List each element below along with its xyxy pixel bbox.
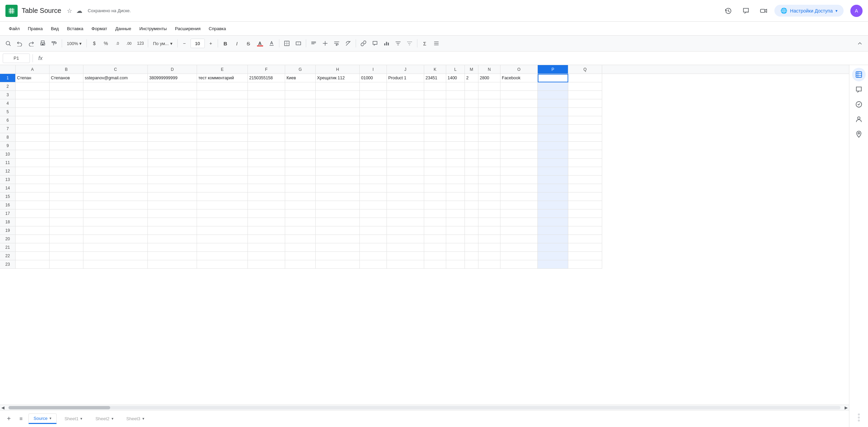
- cell-g4[interactable]: [285, 99, 316, 108]
- cell-n18[interactable]: [478, 218, 500, 226]
- cell-m1[interactable]: 2: [465, 74, 478, 82]
- cell-b3[interactable]: [50, 91, 83, 99]
- cell-l8[interactable]: [446, 133, 465, 142]
- cell-n17[interactable]: [478, 209, 500, 218]
- cell-a19[interactable]: [16, 226, 50, 235]
- font-size-increase-button[interactable]: +: [206, 39, 216, 48]
- cell-d1[interactable]: 380999999999: [148, 74, 197, 82]
- cell-q21[interactable]: [568, 243, 602, 252]
- row-header-14[interactable]: 14: [0, 184, 16, 192]
- cell-i5[interactable]: [360, 108, 387, 116]
- cell-m18[interactable]: [465, 218, 478, 226]
- cell-f2[interactable]: [248, 82, 285, 91]
- cell-q18[interactable]: [568, 218, 602, 226]
- cell-e19[interactable]: [197, 226, 248, 235]
- cell-b14[interactable]: [50, 184, 83, 192]
- cell-m16[interactable]: [465, 201, 478, 209]
- cell-d13[interactable]: [148, 176, 197, 184]
- cell-g15[interactable]: [285, 192, 316, 201]
- cell-g12[interactable]: [285, 167, 316, 176]
- cell-f18[interactable]: [248, 218, 285, 226]
- col-header-f[interactable]: F: [248, 65, 285, 74]
- cell-k4[interactable]: [424, 99, 446, 108]
- cell-d23[interactable]: [148, 260, 197, 269]
- menu-format[interactable]: Формат: [88, 25, 111, 33]
- cell-k16[interactable]: [424, 201, 446, 209]
- row-header-17[interactable]: 17: [0, 209, 16, 218]
- row-header-12[interactable]: 12: [0, 167, 16, 176]
- cell-c19[interactable]: [83, 226, 148, 235]
- cell-q9[interactable]: [568, 142, 602, 150]
- cell-c17[interactable]: [83, 209, 148, 218]
- cell-n4[interactable]: [478, 99, 500, 108]
- cell-e2[interactable]: [197, 82, 248, 91]
- menu-help[interactable]: Справка: [205, 25, 230, 33]
- cell-g7[interactable]: [285, 125, 316, 133]
- cell-p9[interactable]: [538, 142, 568, 150]
- cell-d8[interactable]: [148, 133, 197, 142]
- cell-q19[interactable]: [568, 226, 602, 235]
- cell-h15[interactable]: [316, 192, 360, 201]
- undo-button[interactable]: [14, 38, 25, 49]
- cell-o20[interactable]: [500, 235, 538, 243]
- cell-e9[interactable]: [197, 142, 248, 150]
- cell-n10[interactable]: [478, 150, 500, 159]
- cell-g18[interactable]: [285, 218, 316, 226]
- sidebar-sheets-icon[interactable]: [852, 68, 866, 81]
- cell-c9[interactable]: [83, 142, 148, 150]
- cell-h13[interactable]: [316, 176, 360, 184]
- cell-p11[interactable]: [538, 159, 568, 167]
- cell-e22[interactable]: [197, 252, 248, 260]
- row-header-7[interactable]: 7: [0, 125, 16, 133]
- cell-o10[interactable]: [500, 150, 538, 159]
- cell-n5[interactable]: [478, 108, 500, 116]
- cell-l3[interactable]: [446, 91, 465, 99]
- cell-m15[interactable]: [465, 192, 478, 201]
- cell-j6[interactable]: [387, 116, 424, 125]
- col-header-c[interactable]: C: [83, 65, 148, 74]
- row-header-4[interactable]: 4: [0, 99, 16, 108]
- cell-g22[interactable]: [285, 252, 316, 260]
- cell-l16[interactable]: [446, 201, 465, 209]
- font-size-box[interactable]: 10: [191, 39, 205, 48]
- cell-b5[interactable]: [50, 108, 83, 116]
- scroll-left-button[interactable]: ◀: [0, 405, 6, 410]
- cell-e6[interactable]: [197, 116, 248, 125]
- cell-q17[interactable]: [568, 209, 602, 218]
- cell-d19[interactable]: [148, 226, 197, 235]
- cell-f14[interactable]: [248, 184, 285, 192]
- cell-c11[interactable]: [83, 159, 148, 167]
- cell-h18[interactable]: [316, 218, 360, 226]
- row-header-6[interactable]: 6: [0, 116, 16, 125]
- cell-l14[interactable]: [446, 184, 465, 192]
- cell-e21[interactable]: [197, 243, 248, 252]
- cell-g13[interactable]: [285, 176, 316, 184]
- cell-d18[interactable]: [148, 218, 197, 226]
- cell-d4[interactable]: [148, 99, 197, 108]
- scrollbar-thumb[interactable]: [8, 406, 110, 409]
- cell-d17[interactable]: [148, 209, 197, 218]
- sheet-tab-sheet2[interactable]: Sheet2 ▾: [90, 414, 118, 424]
- cell-e4[interactable]: [197, 99, 248, 108]
- number-format-button[interactable]: 123: [135, 38, 146, 49]
- cell-g5[interactable]: [285, 108, 316, 116]
- cell-a18[interactable]: [16, 218, 50, 226]
- cell-b2[interactable]: [50, 82, 83, 91]
- cell-l10[interactable]: [446, 150, 465, 159]
- italic-button[interactable]: I: [232, 38, 242, 49]
- col-header-n[interactable]: N: [478, 65, 500, 74]
- cell-i15[interactable]: [360, 192, 387, 201]
- cell-f3[interactable]: [248, 91, 285, 99]
- cell-o14[interactable]: [500, 184, 538, 192]
- valign-button[interactable]: [320, 38, 331, 49]
- cell-j18[interactable]: [387, 218, 424, 226]
- cell-b11[interactable]: [50, 159, 83, 167]
- cell-h10[interactable]: [316, 150, 360, 159]
- menu-view[interactable]: Вид: [47, 25, 62, 33]
- row-header-21[interactable]: 21: [0, 243, 16, 252]
- cell-k10[interactable]: [424, 150, 446, 159]
- cell-n8[interactable]: [478, 133, 500, 142]
- cell-f1[interactable]: 2150355158: [248, 74, 285, 82]
- cell-a15[interactable]: [16, 192, 50, 201]
- cell-o12[interactable]: [500, 167, 538, 176]
